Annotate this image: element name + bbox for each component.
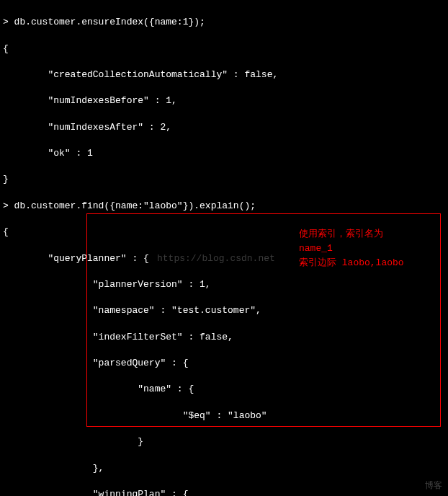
code-line: "numIndexesAfter" : 2, <box>3 121 445 134</box>
annotation-text-1: 使用索引，索引名为 <box>299 228 383 241</box>
code-line: "name" : { <box>3 383 445 396</box>
code-line: "namespace" : "test.customer", <box>3 304 445 317</box>
code-line: "$eq" : "laobo" <box>3 409 445 422</box>
blog-watermark: 博客 <box>425 480 442 492</box>
code-line: "ok" : 1 <box>3 147 445 160</box>
code-line: "plannerVersion" : 1, <box>3 278 445 291</box>
code-line: > db.customer.find({name:"laobo"}).expla… <box>3 200 445 213</box>
annotation-text-3: 索引边际 laobo,laobo <box>299 257 404 270</box>
code-line: "parsedQuery" : { <box>3 357 445 370</box>
code-line: "indexFilterSet" : false, <box>3 331 445 344</box>
code-line: { <box>3 43 445 56</box>
code-line: }, <box>3 462 445 475</box>
code-line: "createdCollectionAutomatically" : false… <box>3 68 445 81</box>
code-line: > db.customer.ensureIndex({name:1}); <box>3 16 445 29</box>
csdn-watermark: https://blog.csdn.net <box>157 252 275 265</box>
code-line: } <box>3 435 445 448</box>
code-line: "numIndexesBefore" : 1, <box>3 94 445 107</box>
terminal-output: > db.customer.ensureIndex({name:1}); { "… <box>3 3 445 496</box>
code-line: "winningPlan" : { <box>3 488 445 496</box>
annotation-text-2: name_1 <box>299 242 333 255</box>
code-line: } <box>3 173 445 186</box>
